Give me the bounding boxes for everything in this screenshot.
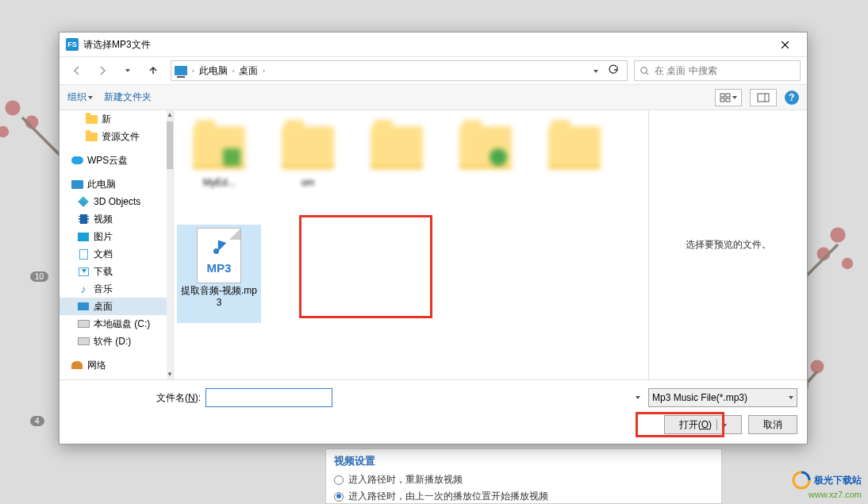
up-button[interactable] — [142, 60, 164, 82]
underlying-panel: 视频设置 进入路径时，重新播放视频 进入路径时，由上一次的播放位置开始播放视频 — [325, 448, 722, 504]
mp3-file-icon: MP3 — [197, 228, 241, 283]
cancel-button[interactable]: 取消 — [748, 415, 797, 434]
open-button[interactable]: 打开(O) — [664, 415, 742, 434]
folder-item[interactable]: MyEd... — [177, 117, 261, 215]
sidebar-item-5[interactable]: 视频 — [60, 210, 167, 228]
preview-pane-button[interactable] — [750, 89, 777, 106]
address-dropdown[interactable] — [593, 65, 598, 76]
preview-empty-text: 选择要预览的文件。 — [686, 238, 771, 252]
file-item-mp3[interactable]: MP3 提取音频-视频.mp3 — [177, 225, 261, 323]
svg-rect-12 — [726, 98, 730, 102]
folder-icon — [282, 126, 334, 169]
close-button[interactable] — [769, 33, 801, 56]
sidebar-item-7[interactable]: 文档 — [60, 245, 167, 263]
desk-icon — [77, 301, 90, 312]
sidebar-item-0[interactable]: 新 — [60, 110, 167, 128]
sidebar-item-label: 下载 — [94, 265, 113, 279]
folder-label: MyEd... — [200, 177, 239, 189]
scroll-down-icon[interactable]: ▼ — [167, 370, 173, 379]
file-area[interactable]: MyEd... om — [174, 110, 648, 379]
cube-t-icon — [77, 196, 90, 207]
annotation-red-box-file — [299, 215, 432, 318]
titlebar: FS 请选择MP3文件 — [60, 33, 807, 56]
crumb-desktop[interactable]: 桌面 — [239, 64, 258, 78]
forward-button[interactable] — [91, 60, 113, 82]
scroll-thumb[interactable] — [167, 121, 173, 169]
svg-rect-9 — [720, 94, 724, 97]
sidebar-item-label: 桌面 — [94, 300, 113, 314]
crumb-this-pc[interactable]: 此电脑 — [199, 64, 228, 78]
filename-input[interactable] — [205, 388, 332, 407]
address-bar[interactable]: › 此电脑 › 桌面 › — [171, 60, 628, 81]
folder-item[interactable] — [444, 117, 528, 215]
pic-icon — [77, 231, 90, 242]
dl-icon — [77, 266, 90, 277]
file-label: 提取音频-视频.mp3 — [177, 285, 261, 309]
organize-menu[interactable]: 组织 — [67, 90, 93, 104]
view-mode-button[interactable] — [715, 89, 742, 106]
filetype-filter[interactable]: Mp3 Music File(*.mp3) — [648, 388, 797, 407]
folder-icon — [193, 126, 245, 169]
sidebar-item-12[interactable]: 软件 (D:) — [60, 333, 167, 350]
sidebar-item-11[interactable]: 本地磁盘 (C:) — [60, 315, 167, 333]
cloud-b-icon — [71, 155, 83, 166]
grid-icon — [720, 93, 731, 102]
folder-label: om — [298, 177, 318, 189]
folder-icon — [548, 126, 601, 169]
drive-icon — [77, 318, 90, 329]
sidebar-item-13[interactable]: 网络 — [60, 356, 167, 374]
refresh-button[interactable] — [603, 64, 624, 78]
sidebar-item-8[interactable]: 下载 — [60, 263, 167, 280]
chevron-right-icon: › — [232, 67, 235, 75]
chevron-right-icon: › — [263, 67, 265, 75]
folder-item[interactable] — [532, 117, 616, 215]
sidebar: 新资源文件WPS云盘此电脑3D Objects视频图片文档下载♪音乐桌面本地磁盘… — [60, 110, 174, 379]
sidebar-item-6[interactable]: 图片 — [60, 228, 167, 245]
sidebar-item-4[interactable]: 3D Objects — [60, 193, 167, 210]
sidebar-item-3[interactable]: 此电脑 — [60, 175, 167, 193]
sidebar-item-label: 本地磁盘 (C:) — [94, 317, 150, 331]
folder-item[interactable] — [355, 117, 439, 215]
sidebar-item-label: 3D Objects — [94, 196, 140, 207]
filename-dropdown-icon[interactable] — [636, 391, 640, 402]
film-icon — [77, 214, 90, 225]
opt-resume-label: 进入路径时，由上一次的播放位置开始播放视频 — [348, 490, 548, 503]
watermark: 极光下载站 www.xz7.com — [792, 471, 862, 499]
search-icon — [639, 66, 650, 76]
sidebar-item-10[interactable]: 桌面 — [60, 298, 167, 315]
sidebar-item-label: 新 — [102, 113, 111, 126]
video-settings-header: 视频设置 — [334, 454, 713, 468]
sidebar-item-2[interactable]: WPS云盘 — [60, 152, 167, 169]
help-button[interactable]: ? — [785, 90, 799, 105]
sidebar-scrollbar[interactable]: ▲ ▼ — [167, 110, 173, 379]
sidebar-item-label: 软件 (D:) — [94, 335, 131, 348]
sidebar-item-label: WPS云盘 — [87, 154, 128, 167]
new-folder-button[interactable]: 新建文件夹 — [104, 90, 152, 104]
music-note-icon — [208, 237, 230, 260]
scroll-up-icon[interactable]: ▲ — [167, 110, 173, 120]
svg-point-5 — [842, 258, 853, 269]
mp3-badge: MP3 — [207, 261, 232, 275]
search-box[interactable]: 在 桌面 中搜索 — [634, 60, 801, 81]
sidebar-item-label: 视频 — [94, 213, 113, 226]
drive-icon — [77, 336, 90, 347]
sidebar-item-9[interactable]: ♪音乐 — [60, 280, 167, 298]
open-split-icon[interactable] — [722, 424, 727, 427]
folder-icon — [371, 126, 423, 169]
back-button[interactable] — [66, 60, 88, 82]
sidebar-item-label: 文档 — [94, 248, 113, 261]
svg-point-2 — [0, 126, 9, 137]
sidebar-item-1[interactable]: 资源文件 — [60, 128, 167, 145]
folder-item[interactable]: om — [266, 117, 350, 215]
toolbar: 组织 新建文件夹 ? — [60, 85, 807, 110]
doc-icon — [77, 248, 90, 260]
search-placeholder: 在 桌面 中搜索 — [655, 64, 717, 78]
preview-pane: 选择要预览的文件。 — [648, 110, 807, 379]
recent-button[interactable] — [117, 60, 139, 82]
sidebar-item-label: 图片 — [94, 230, 113, 244]
navbar: › 此电脑 › 桌面 › 在 桌面 中搜索 — [60, 56, 807, 85]
dialog-footer: 文件名(N): Mp3 Music File(*.mp3) 打开(O) 取消 — [60, 379, 807, 444]
annotation-4: 4 — [30, 416, 44, 426]
radio-restart[interactable] — [334, 475, 344, 485]
radio-resume[interactable] — [334, 492, 344, 502]
